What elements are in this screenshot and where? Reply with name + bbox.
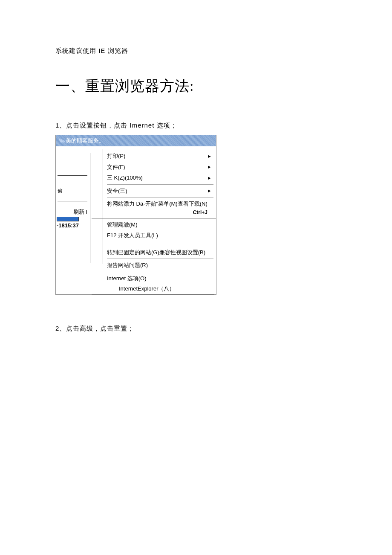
intro-text: 系统建议使用 IE 浏览器 bbox=[55, 47, 337, 55]
menu-label: Internet 选项(O) bbox=[107, 274, 146, 283]
menu-label: 安全(三) bbox=[107, 187, 127, 195]
menu-label: 三 K(Z)(100%) bbox=[107, 174, 143, 182]
menu-item-about-ie[interactable]: InternetExplorer（八） bbox=[92, 284, 214, 294]
menu-separator bbox=[92, 272, 216, 272]
menu-label: 报告网站问题(R) bbox=[107, 261, 148, 270]
menu-label: 将网站添力 Da-开始"菜单(M)查看下载(N) bbox=[107, 200, 208, 208]
left-column: 逾 刷新 I -1815:37 bbox=[56, 146, 90, 294]
menu-item-addsite[interactable]: 将网站添力 Da-开始"菜单(M)查看下载(N) bbox=[92, 198, 216, 209]
menu-item-safety[interactable]: 安全(三) ► bbox=[92, 186, 216, 197]
menu-list: 打印(P) ► 文件(F) ► 三 K(Z)(100%) ► 安全(三) ► 将… bbox=[90, 146, 216, 294]
menu-item-file[interactable]: 文件(F) ► bbox=[92, 162, 216, 173]
menu-separator bbox=[92, 218, 216, 218]
menu-item-zoom[interactable]: 三 K(Z)(100%) ► bbox=[92, 172, 216, 183]
menu-separator bbox=[107, 197, 213, 198]
menu-item-manage[interactable]: 管理飕澈(M) bbox=[92, 219, 216, 230]
menu-separator bbox=[107, 259, 213, 259]
title-text: 美的顾客服务。 bbox=[66, 137, 104, 144]
shortcut-label: Ctrl+J bbox=[92, 209, 216, 217]
ie-menu-screenshot: ‰美的顾客服务。 逾 刷新 I -1815:37 打印(P) ► 文件(F) ► bbox=[55, 135, 216, 295]
divider-vertical-2 bbox=[103, 149, 103, 264]
menu-label: 管理飕澈(M) bbox=[107, 221, 138, 229]
window-title: ‰美的顾客服务。 bbox=[56, 135, 216, 146]
menu-item-pinned[interactable]: 转到已固定的网站(G)兼容性视图设置(B) bbox=[92, 247, 216, 258]
time-label: -1815:37 bbox=[56, 221, 90, 230]
submenu-arrow-icon: ► bbox=[207, 174, 212, 182]
submenu-arrow-icon: ► bbox=[207, 163, 212, 171]
menu-item-print[interactable]: 打印(P) ► bbox=[92, 151, 216, 162]
step-1-text: 1、点击设置按钮，点击 Imernet 选项； bbox=[55, 122, 337, 130]
step-2-text: 2、点击高级，点击重置； bbox=[55, 325, 337, 333]
menu-label: 打印(P) bbox=[107, 152, 125, 160]
menu-item-f12[interactable]: F12 开发人员工具(L) bbox=[92, 230, 216, 241]
menu-label: 转到已固定的网站(G)兼容性视图设置(B) bbox=[107, 248, 205, 257]
menu-separator bbox=[107, 184, 213, 185]
permille-icon: ‰ bbox=[59, 137, 65, 144]
refresh-label: 刷新 I bbox=[56, 201, 90, 217]
submenu-arrow-icon: ► bbox=[207, 187, 212, 195]
menu-label: 文件(F) bbox=[107, 163, 125, 171]
menu-item-report[interactable]: 报告网站问题(R) bbox=[92, 260, 216, 271]
submenu-arrow-icon: ► bbox=[207, 153, 212, 160]
menu-item-internet-options[interactable]: Internet 选项(O) bbox=[92, 273, 216, 284]
left-label-yu: 逾 bbox=[56, 176, 90, 198]
heading-1: 一、重置浏览器方法: bbox=[55, 76, 337, 96]
menu-label: F12 开发人员工具(L) bbox=[107, 231, 158, 240]
blue-bar bbox=[57, 217, 79, 221]
